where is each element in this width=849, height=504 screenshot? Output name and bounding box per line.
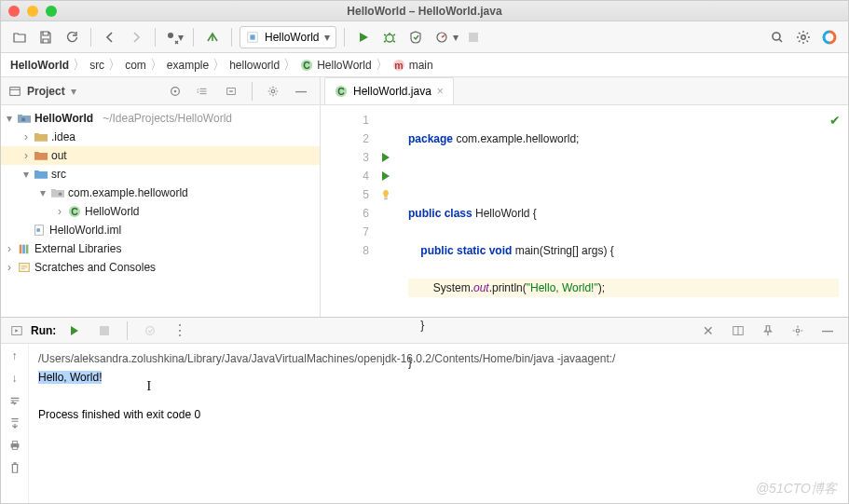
code-content[interactable]: package com.example.helloworld; public c… <box>399 105 848 317</box>
editor-tab[interactable]: C HelloWorld.java × <box>324 77 454 104</box>
tree-folder-out[interactable]: ›out <box>1 146 320 165</box>
clear-all-icon[interactable] <box>8 461 21 474</box>
project-tree[interactable]: ▾ HelloWorld ~/IdeaProjects/HelloWorld ›… <box>1 105 320 317</box>
run-config-selector[interactable]: HelloWorld ▾ <box>240 26 336 48</box>
hide-panel-icon[interactable]: — <box>290 80 312 102</box>
refresh-icon[interactable] <box>61 26 83 48</box>
project-root-node[interactable]: ▾ HelloWorld ~/IdeaProjects/HelloWorld <box>1 109 320 128</box>
class-icon: C <box>68 205 81 218</box>
debug-icon[interactable] <box>378 26 401 48</box>
close-tab-icon[interactable]: × <box>437 85 444 98</box>
breadcrumb-item[interactable]: src <box>89 59 104 72</box>
profile-icon[interactable] <box>431 26 453 48</box>
stop-run-icon[interactable] <box>93 320 116 342</box>
svg-text:C: C <box>71 206 78 217</box>
window-title: HelloWorld – HelloWorld.java <box>1 5 848 18</box>
folder-icon <box>34 131 48 143</box>
tree-folder-idea[interactable]: ›.idea <box>1 128 320 146</box>
jetbrains-icon[interactable] <box>818 26 841 48</box>
save-icon[interactable] <box>34 26 57 48</box>
module-file-icon <box>33 224 46 237</box>
breadcrumb-item[interactable]: HelloWorld <box>10 59 69 72</box>
intention-bulb-icon[interactable] <box>379 188 392 201</box>
svg-point-5 <box>773 33 780 40</box>
svg-text:m: m <box>394 59 403 70</box>
navigation-breadcrumb: HelloWorld〉 src〉 com〉 example〉 helloworl… <box>1 53 848 77</box>
breadcrumb-item[interactable]: helloworld <box>229 59 280 72</box>
tree-external-libraries[interactable]: ›External Libraries <box>1 239 320 258</box>
console-output-line: Hello, World! <box>38 371 102 384</box>
add-config-icon[interactable]: ▾ <box>163 26 185 48</box>
run-gutter-icon[interactable] <box>380 170 391 182</box>
print-icon[interactable] <box>8 439 21 452</box>
console-exit-line: Process finished with exit code 0 <box>38 405 839 424</box>
maximize-window-button[interactable] <box>46 6 57 17</box>
collapse-all-icon[interactable] <box>220 80 242 102</box>
tree-folder-src[interactable]: ▾src <box>1 165 320 184</box>
class-icon: C <box>300 59 313 72</box>
module-icon <box>18 113 31 124</box>
breadcrumb-item[interactable]: mmain <box>392 59 433 72</box>
breadcrumb-item[interactable]: com <box>125 59 146 72</box>
stop-icon[interactable] <box>462 26 485 48</box>
down-stack-icon[interactable]: ↓ <box>12 372 18 385</box>
svg-point-0 <box>168 33 173 38</box>
run-sidebar: ↑ ↓ <box>1 344 29 503</box>
scratches-icon <box>18 261 31 274</box>
panel-settings-icon[interactable] <box>262 80 284 102</box>
rerun-icon[interactable] <box>63 320 86 342</box>
title-bar: HelloWorld – HelloWorld.java <box>1 1 848 21</box>
expand-all-icon[interactable] <box>192 80 214 102</box>
rerun-failed-icon[interactable] <box>139 320 161 342</box>
forward-icon[interactable] <box>125 26 147 48</box>
open-file-icon[interactable] <box>8 26 31 48</box>
tree-iml-file[interactable]: HelloWorld.iml <box>1 221 320 239</box>
minimize-window-button[interactable] <box>27 6 38 17</box>
project-view-icon[interactable] <box>8 85 21 98</box>
run-icon[interactable] <box>352 26 375 48</box>
scroll-to-end-icon[interactable] <box>8 416 21 429</box>
soft-wrap-icon[interactable] <box>8 394 21 407</box>
tree-scratches[interactable]: ›Scratches and Consoles <box>1 258 320 277</box>
inspection-ok-icon[interactable]: ✔ <box>829 113 841 128</box>
method-icon: m <box>392 59 405 72</box>
svg-rect-4 <box>469 33 478 42</box>
svg-rect-15 <box>21 118 25 122</box>
svg-point-6 <box>801 34 805 38</box>
svg-rect-23 <box>26 245 29 254</box>
svg-rect-34 <box>12 442 17 444</box>
settings-icon[interactable] <box>792 26 815 48</box>
run-console[interactable]: /Users/aleksandra.zolushkina/Library/Jav… <box>29 344 848 503</box>
back-icon[interactable] <box>99 26 121 48</box>
package-icon <box>51 187 64 198</box>
build-icon[interactable] <box>201 26 224 48</box>
main-toolbar: ▾ HelloWorld ▾ ▾ <box>1 21 848 53</box>
watermark-text: @51CTO博客 <box>756 479 837 497</box>
svg-point-30 <box>146 326 155 334</box>
libraries-icon <box>18 242 31 255</box>
source-folder-icon <box>34 169 48 180</box>
svg-text:C: C <box>303 59 310 70</box>
run-gutter-icon[interactable] <box>380 152 391 163</box>
breadcrumb-item[interactable]: CHelloWorld <box>300 59 371 72</box>
tree-package[interactable]: ▾com.example.helloworld <box>1 184 320 202</box>
gutter-icons <box>373 105 399 317</box>
svg-point-2 <box>386 34 393 42</box>
svg-rect-21 <box>20 245 22 254</box>
svg-rect-22 <box>22 245 25 254</box>
svg-point-14 <box>271 89 275 93</box>
coverage-icon[interactable] <box>404 26 427 48</box>
tree-class[interactable]: ›CHelloWorld <box>1 202 320 221</box>
select-opened-file-icon[interactable] <box>164 80 186 102</box>
close-window-button[interactable] <box>8 6 20 17</box>
up-stack-icon[interactable]: ↑ <box>12 349 18 362</box>
search-everywhere-icon[interactable] <box>766 26 788 48</box>
project-panel-title: Project <box>27 85 65 98</box>
line-number-gutter: 12345678 <box>321 105 373 317</box>
svg-rect-20 <box>36 228 40 232</box>
more-actions-icon[interactable]: ⋮ <box>169 320 191 342</box>
svg-rect-11 <box>10 87 21 95</box>
breadcrumb-item[interactable]: example <box>167 59 209 72</box>
excluded-folder-icon <box>34 150 48 161</box>
code-editor[interactable]: 12345678 package com.example.helloworld;… <box>321 105 848 317</box>
